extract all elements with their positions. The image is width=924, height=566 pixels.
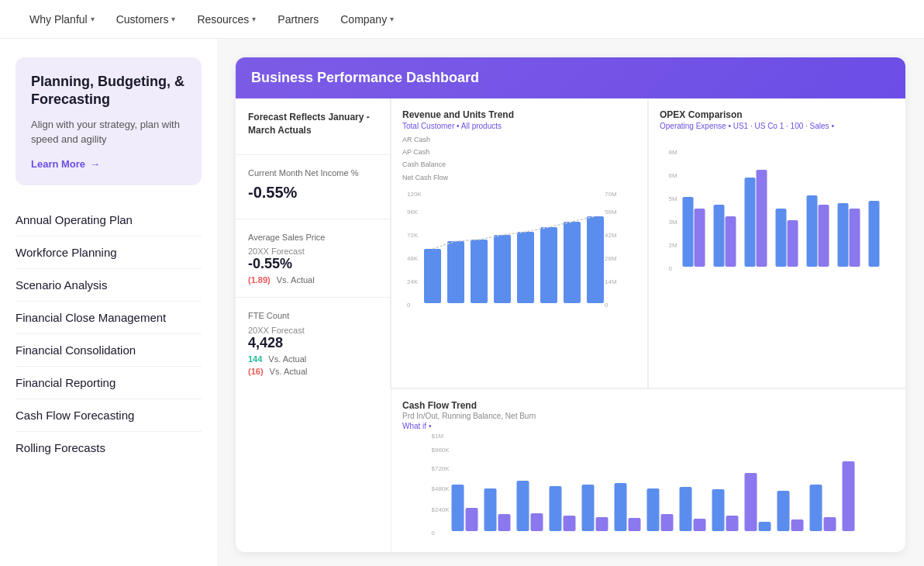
svg-text:96K: 96K — [407, 209, 419, 216]
sidebar-item-rolling-forecasts[interactable]: Rolling Forecasts — [16, 432, 202, 464]
nav-label: Customers — [116, 13, 169, 26]
sidebar-item-cash-flow-forecasting[interactable]: Cash Flow Forecasting — [16, 399, 202, 432]
nav-partners[interactable]: Partners — [267, 13, 329, 26]
fte-label: FTE Count — [248, 310, 378, 322]
svg-rect-52 — [564, 516, 576, 531]
opex-chart-title: OPEX Comparison — [660, 109, 895, 120]
svg-text:0: 0 — [407, 302, 411, 309]
svg-rect-47 — [484, 488, 497, 531]
svg-rect-28 — [714, 205, 725, 267]
kpi-column: Forecast Reflects January - March Actual… — [236, 98, 391, 388]
dashboard-title: Business Performance Dashboard — [251, 70, 479, 85]
svg-text:6M: 6M — [669, 172, 677, 179]
svg-text:120K: 120K — [407, 191, 422, 198]
svg-rect-18 — [564, 222, 581, 303]
svg-rect-66 — [791, 519, 804, 531]
svg-rect-34 — [807, 195, 818, 267]
svg-rect-37 — [850, 209, 860, 267]
nav-label: Partners — [278, 13, 319, 26]
chevron-down-icon: ▾ — [252, 15, 256, 23]
svg-text:48K: 48K — [407, 255, 419, 262]
svg-rect-62 — [726, 516, 739, 531]
svg-rect-35 — [819, 205, 829, 267]
main-layout: Planning, Budgeting, & Forecasting Align… — [0, 39, 924, 566]
svg-rect-27 — [695, 209, 705, 267]
business-performance-dashboard: Business Performance Dashboard Forecast … — [236, 57, 905, 552]
net-income-kpi-card: Current Month Net Income % -0.55% — [236, 155, 390, 219]
svg-text:3M: 3M — [669, 219, 677, 226]
sidebar-item-annual-operating-plan[interactable]: Annual Operating Plan — [16, 204, 202, 236]
revenue-chart-panel: Revenue and Units Trend Total Customer •… — [391, 98, 648, 388]
svg-text:14M: 14M — [605, 278, 617, 285]
svg-rect-49 — [517, 481, 529, 531]
nav-label: Company — [340, 13, 387, 26]
sidebar-card-title: Planning, Budgeting, & Forecasting — [31, 73, 186, 109]
svg-text:$240K: $240K — [432, 506, 450, 513]
revenue-chart-subtitle[interactable]: Total Customer • All products — [402, 122, 502, 130]
learn-more-link[interactable]: Learn More → — [31, 158, 186, 170]
arrow-icon: → — [90, 158, 100, 170]
cashflow-chart-title: Cash Flow Trend — [402, 400, 895, 411]
svg-rect-48 — [498, 514, 511, 531]
avg-sales-value: -0.55% — [248, 256, 378, 272]
sidebar: Planning, Budgeting, & Forecasting Align… — [0, 39, 217, 566]
svg-rect-58 — [661, 514, 674, 531]
nav-resources[interactable]: Resources ▾ — [186, 13, 267, 26]
svg-text:0: 0 — [605, 302, 609, 309]
fte-vs1-val: 144 — [248, 354, 262, 364]
chevron-down-icon: ▾ — [171, 15, 175, 23]
fte-vs1: 144 Vs. Actual — [248, 354, 378, 364]
nav-customers[interactable]: Customers ▾ — [105, 13, 187, 26]
sidebar-item-financial-close[interactable]: Financial Close Management — [16, 302, 202, 334]
legend-ap-cash: AP Cash — [402, 146, 636, 158]
fte-vs2-label: Vs. Actual — [270, 367, 308, 376]
svg-rect-61 — [712, 489, 725, 531]
svg-text:24K: 24K — [407, 278, 419, 285]
svg-rect-46 — [466, 508, 478, 531]
svg-text:8M: 8M — [669, 149, 677, 156]
svg-rect-68 — [824, 517, 836, 531]
fte-kpi-card: FTE Count 20XX Forecast 4,428 144 Vs. Ac… — [236, 298, 390, 388]
sidebar-item-financial-reporting[interactable]: Financial Reporting — [16, 367, 202, 399]
svg-text:0: 0 — [432, 530, 436, 537]
avg-sales-vs-label: Vs. Actual — [277, 275, 315, 285]
svg-rect-17 — [540, 227, 557, 303]
svg-text:28M: 28M — [605, 255, 617, 262]
svg-rect-45 — [452, 485, 464, 531]
nav-company[interactable]: Company ▾ — [329, 13, 405, 26]
sidebar-card-description: Align with your strategy, plan with spee… — [31, 117, 186, 147]
fte-vs1-label: Vs. Actual — [268, 354, 306, 364]
cashflow-chart-panel: Cash Flow Trend Prd In/Out, Running Bala… — [391, 388, 905, 552]
avg-sales-kpi-card: Average Sales Price 20XX Forecast -0.55%… — [236, 219, 390, 298]
svg-rect-16 — [517, 232, 534, 303]
svg-rect-31 — [757, 170, 767, 267]
nav-label: Resources — [197, 13, 249, 26]
sidebar-item-workforce-planning[interactable]: Workforce Planning — [16, 236, 202, 269]
nav-why-planful[interactable]: Why Planful ▾ — [19, 13, 105, 26]
opex-chart-subtitle[interactable]: Operating Expense • US1 · US Co 1 · 100 … — [660, 122, 895, 130]
svg-rect-13 — [447, 241, 464, 303]
opex-chart-panel: OPEX Comparison Operating Expense • US1 … — [648, 98, 905, 388]
svg-rect-63 — [745, 473, 757, 531]
nav-label: Why Planful — [29, 13, 88, 26]
avg-sales-sublabel: 20XX Forecast — [248, 247, 378, 256]
fte-sublabel: 20XX Forecast — [248, 326, 378, 335]
svg-rect-26 — [683, 197, 694, 267]
svg-text:56M: 56M — [605, 209, 617, 216]
fte-value: 4,428 — [248, 335, 378, 351]
svg-rect-57 — [647, 488, 660, 531]
chevron-down-icon: ▾ — [91, 15, 95, 23]
svg-text:0: 0 — [669, 265, 673, 272]
forecast-kpi-card: Forecast Reflects January - March Actual… — [236, 98, 390, 155]
sidebar-item-scenario-analysis[interactable]: Scenario Analysis — [16, 269, 202, 302]
opex-chart-svg: 0 2M 3M 5M 6M 8M — [660, 135, 895, 274]
svg-text:$480K: $480K — [432, 485, 450, 492]
svg-rect-56 — [629, 518, 641, 531]
svg-text:70M: 70M — [605, 191, 617, 198]
dashboard-body: Forecast Reflects January - March Actual… — [236, 98, 905, 552]
sidebar-item-financial-consolidation[interactable]: Financial Consolidation — [16, 334, 202, 367]
fte-vs2-val: (16) — [248, 367, 264, 376]
cashflow-chart-subtitle: Prd In/Out, Running Balance, Net Burn — [402, 412, 895, 420]
legend-net-cash-flow: Net Cash Flow — [402, 171, 636, 184]
cashflow-what-if-link[interactable]: What if • — [402, 422, 895, 430]
